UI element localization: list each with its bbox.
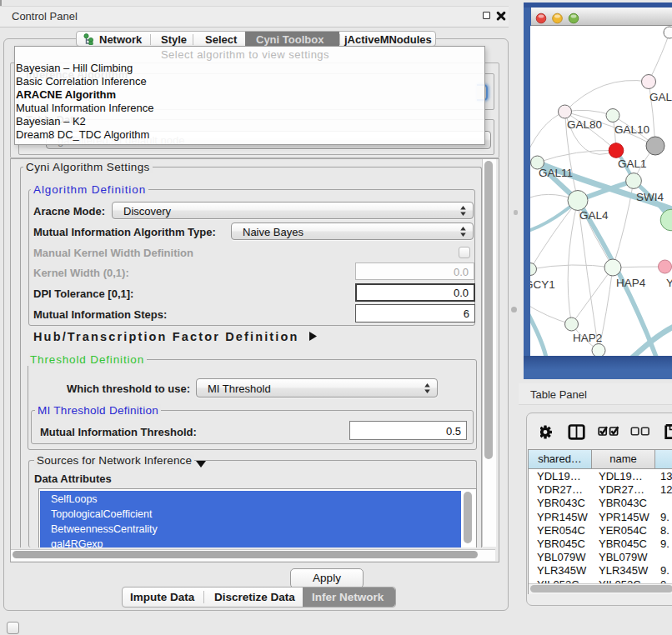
svg-text:SWI4: SWI4 bbox=[636, 191, 664, 203]
svg-text:GCY1: GCY1 bbox=[530, 278, 555, 291]
svg-text:Y: Y bbox=[666, 277, 672, 289]
svg-text:HAP2: HAP2 bbox=[573, 332, 602, 344]
svg-text:GAL: GAL bbox=[649, 91, 672, 103]
svg-text:GAL11: GAL11 bbox=[539, 167, 573, 179]
svg-text:GAL4: GAL4 bbox=[579, 209, 609, 222]
svg-text:HAP4: HAP4 bbox=[616, 277, 646, 289]
svg-text:GAL80: GAL80 bbox=[567, 118, 602, 131]
svg-text:GAL10: GAL10 bbox=[614, 123, 649, 136]
svg-text:GAL1: GAL1 bbox=[618, 158, 647, 170]
